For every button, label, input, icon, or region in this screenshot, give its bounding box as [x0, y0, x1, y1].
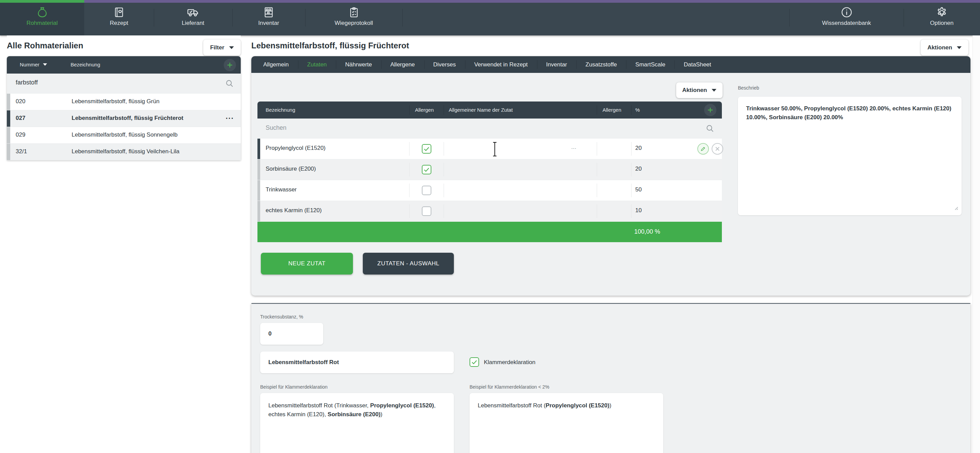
ingredients-header: Bezeichnung Allergen Allgemeiner Name de… [258, 101, 722, 119]
beschrieb-text: Trinkwasser 50.00%, Propylenglycol (E152… [746, 105, 951, 120]
tab-allgemein[interactable]: Allgemein [254, 56, 298, 73]
tab-verwendet-in-rezept[interactable]: Verwendet in Rezept [465, 56, 537, 73]
tab-diverses[interactable]: Diverses [424, 56, 465, 73]
sidebar-title: Alle Rohmaterialien [7, 41, 83, 51]
resize-handle-icon[interactable] [953, 204, 958, 213]
allergen-checkbox[interactable] [422, 165, 431, 174]
row-menu-button[interactable]: ... [226, 112, 234, 121]
filter-button-label: Filter [210, 44, 224, 51]
page-title: Lebensmittelfarbstoff, flüssig Früchtero… [251, 41, 409, 51]
ingredients-table: Bezeichnung Allergen Allgemeiner Name de… [258, 101, 722, 242]
nav-tab-optionen[interactable]: Optionen [904, 0, 980, 35]
row-accent [258, 201, 260, 222]
col-percent: % [635, 107, 640, 113]
filter-button[interactable]: Filter [203, 40, 241, 55]
material-row-selected[interactable]: 027 Lebensmittelfarbstoff, flüssig Früch… [7, 110, 241, 127]
trockensubstanz-value: 0 [268, 330, 271, 337]
ingredient-name: echtes Karmin (E120) [266, 207, 321, 214]
add-material-button[interactable] [224, 59, 236, 71]
bag-icon [36, 5, 49, 19]
column-number-label: Nummer [20, 62, 40, 67]
ingredient-percent: 50 [635, 186, 642, 193]
trockensubstanz-label: Trockensubstanz, % [260, 314, 303, 320]
example1-textarea[interactable]: Lebensmittelfarbstoff Rot (Trinkwasser, … [260, 393, 454, 453]
declaration-name-value: Lebensmittelfarbstoff Rot [268, 359, 339, 366]
material-number: 32/1 [16, 148, 27, 155]
row-accent [258, 180, 260, 201]
check-icon [423, 166, 430, 173]
tab-zutaten[interactable]: Zutaten [298, 56, 336, 73]
sort-caret-icon [43, 63, 47, 66]
active-tab-strip [0, 0, 84, 3]
search-icon [225, 79, 234, 89]
ingredient-actions-label: Aktionen [682, 87, 707, 93]
tab-datasheet[interactable]: DataSheet [675, 56, 720, 73]
tab-inventar[interactable]: Inventar [537, 56, 576, 73]
nav-tab-label: Wiegeprotokoll [334, 20, 373, 27]
row-accent [7, 127, 10, 143]
declaration-name-input[interactable]: Lebensmittelfarbstoff Rot [260, 352, 454, 373]
beschrieb-textarea[interactable]: Trinkwasser 50.00%, Propylenglycol (E152… [738, 97, 962, 215]
app-root: Rohmaterial Rezept Lieferant Inventar [0, 0, 980, 453]
tab-allergene[interactable]: Allergene [381, 56, 424, 73]
ingredient-row[interactable]: Propylenglycol (E1520) ... 20 [258, 139, 722, 159]
ingredient-actions-button[interactable]: Aktionen [676, 82, 722, 98]
ingredient-search[interactable]: Suchen [258, 119, 722, 139]
ingredient-row[interactable]: Trinkwasser 50 [258, 180, 722, 201]
sort-by-number[interactable]: Nummer [20, 62, 47, 67]
info-icon [840, 5, 853, 19]
tab-zusatzstoffe[interactable]: Zusatzstoffe [576, 56, 626, 73]
tab-smartscale[interactable]: SmartScale [626, 56, 675, 73]
ingredient-name: Sorbinsäure (E200) [266, 166, 316, 172]
nav-tab-rohmaterial[interactable]: Rohmaterial [0, 0, 84, 35]
new-ingredient-button[interactable]: NEUE ZUTAT [261, 253, 353, 274]
shelf-icon [262, 5, 275, 19]
material-row[interactable]: 32/1 Lebensmittelfarbstoff, flüssig Veil… [7, 144, 241, 160]
check-icon [423, 146, 430, 152]
detail-tabs: Allgemein Zutaten Nährwerte Allergene Di… [251, 56, 970, 73]
ingredient-row[interactable]: echtes Karmin (E120) 10 [258, 201, 722, 222]
allergen-checkbox[interactable] [422, 185, 431, 195]
remove-ingredient-button[interactable] [712, 143, 723, 155]
actions-button[interactable]: Aktionen [921, 40, 969, 55]
nav-tab-wiegeprotokoll[interactable]: Wiegeprotokoll [305, 0, 402, 35]
col-allergen-2: Allergen [603, 107, 621, 113]
material-name: Lebensmittelfarbstoff, flüssig Grün [72, 98, 159, 105]
clipboard-icon [348, 5, 360, 19]
example2-textarea[interactable]: Lebensmittelfarbstoff Rot (Propylenglyco… [469, 393, 663, 453]
nav-tab-label: Inventar [258, 20, 279, 27]
ingredient-row[interactable]: Sorbinsäure (E200) 20 [258, 159, 722, 180]
check-icon [471, 359, 478, 366]
col-allergen: Allergen [415, 107, 434, 113]
allergen-checkbox[interactable] [422, 206, 431, 216]
nav-separator [402, 9, 403, 27]
nav-tab-rezept[interactable]: Rezept [84, 0, 154, 35]
search-icon [705, 124, 714, 134]
row-accent [7, 110, 10, 127]
top-nav: Rohmaterial Rezept Lieferant Inventar [0, 0, 980, 35]
trockensubstanz-input[interactable]: 0 [260, 323, 323, 345]
col-allgemeiner-name: Allgemeiner Name der Zutat [449, 107, 513, 113]
column-name-label: Bezeichnung [71, 62, 100, 67]
nav-tab-wissensdatenbank[interactable]: Wissensdatenbank [789, 0, 904, 35]
material-number: 027 [16, 115, 25, 122]
nav-tab-inventar[interactable]: Inventar [232, 0, 305, 35]
material-row[interactable]: 029 Lebensmittelfarbstoff, flüssig Sonne… [7, 127, 241, 144]
add-ingredient-button[interactable] [704, 104, 716, 116]
chevron-down-icon [712, 89, 716, 92]
materials-search[interactable]: farbstoff [7, 74, 241, 93]
material-row[interactable]: 020 Lebensmittelfarbstoff, flüssig Grün [7, 93, 241, 110]
ingredient-search-placeholder: Suchen [266, 124, 286, 131]
scrollbar-track[interactable] [972, 35, 980, 453]
tab-naehrwerte[interactable]: Nährwerte [336, 56, 381, 73]
allergen-checkbox[interactable] [422, 144, 431, 154]
chevron-down-icon [957, 46, 962, 49]
actions-button-label: Aktionen [928, 44, 952, 51]
klammerdeklaration-checkbox[interactable] [469, 357, 479, 367]
ingredient-select-button[interactable]: ZUTATEN - AUSWAHL [363, 253, 454, 274]
row-accent [7, 93, 10, 110]
edit-ingredient-button[interactable] [697, 143, 709, 155]
nav-tab-lieferant[interactable]: Lieferant [154, 0, 232, 35]
gear-icon [935, 5, 948, 19]
pencil-icon [700, 146, 706, 152]
